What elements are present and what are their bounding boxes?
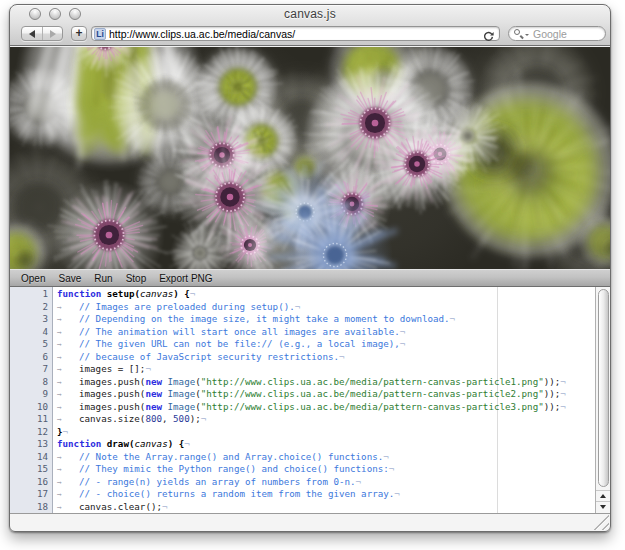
newline-mark: ¬ [356,476,362,487]
url-text[interactable]: http://www.clips.ua.ac.be/media/canvas/ [109,28,295,40]
code-token: new [145,376,162,387]
window-title: canvas.js [9,7,611,21]
line-number: 1 [10,288,54,301]
code-token: Image [168,401,196,412]
back-icon [29,30,35,38]
newline-mark: ¬ [201,413,207,424]
reload-icon[interactable] [483,28,494,39]
generative-art-svg [10,47,610,269]
line-number: 6 [10,351,54,364]
code-token: ) { [168,438,185,449]
code-token: images.push( [79,388,145,399]
code-line[interactable]: 16→// - range(n) yields an array of numb… [10,476,594,489]
newline-mark: ¬ [394,488,400,499]
browser-window: canvas.js + Li http://www.clips.ua.ac.be… [9,4,611,532]
newline-mark: ¬ [63,426,69,437]
line-number: 8 [10,376,54,389]
newline-mark: ¬ [560,376,566,387]
code-line[interactable]: 1function setup(canvas) {¬ [10,288,594,301]
newline-mark: ¬ [339,351,345,362]
code-token: 500 [173,413,190,424]
code-token: )); [544,401,561,412]
forward-button[interactable] [42,27,62,40]
editor-toolbar: OpenSaveRunStopExport PNG [10,269,610,287]
editor-toolbar-item-run[interactable]: Run [94,273,112,284]
line-number: 10 [10,401,54,414]
search-placeholder[interactable]: Google [533,28,567,40]
vertical-scrollbar[interactable] [595,287,610,513]
browser-toolbar: + Li http://www.clips.ua.ac.be/media/can… [9,25,611,46]
line-number: 9 [10,388,54,401]
code-token: function [57,288,101,299]
code-token: ) { [173,288,190,299]
code-editor[interactable]: 1function setup(canvas) {¬2→// Images ar… [10,287,610,514]
code-line[interactable]: 14→// Note the Array.range() and Array.c… [10,451,594,464]
code-token: )); [544,376,561,387]
code-token: setup( [101,288,140,299]
newline-mark: ¬ [295,301,301,312]
code-token: Image [168,388,196,399]
code-token: canvas.clear(); [79,501,162,512]
code-token: canvas.size( [79,413,145,424]
code-token: "http://www.clips.ua.ac.be/media/pattern… [201,388,544,399]
code-token: // The animation will start once all ima… [79,326,400,337]
editor-toolbar-item-stop[interactable]: Stop [126,273,147,284]
window-header: canvas.js + Li http://www.clips.ua.ac.be… [9,4,611,46]
history-segmented-control [21,26,63,41]
line-number: 4 [10,326,54,339]
code-token: canvas [134,438,167,449]
code-token: function [57,438,101,449]
scroll-down-button[interactable] [596,501,610,512]
line-number: 15 [10,463,54,476]
editor-toolbar-item-save[interactable]: Save [58,273,81,284]
code-line[interactable]: 6→// because of JavaScript security rest… [10,351,594,364]
code-line[interactable]: 13function draw(canvas) {¬ [10,438,594,451]
code-token: )); [544,388,561,399]
line-number: 13 [10,438,54,451]
code-token: // because of JavaScript security restri… [79,351,339,362]
code-token: // - choice() returns a random item from… [79,488,394,499]
line-number: 18 [10,501,54,514]
search-options-caret-icon[interactable] [525,34,529,38]
resize-grip[interactable] [594,515,609,530]
tab-mark: → [57,502,79,515]
address-bar[interactable]: Li http://www.clips.ua.ac.be/media/canva… [91,26,500,41]
code-line[interactable]: 4→// The animation will start once all i… [10,326,594,339]
code-line[interactable]: 8→images.push(new Image("http://www.clip… [10,376,594,389]
code-line[interactable]: 7→images = [];¬ [10,363,594,376]
line-number: 3 [10,313,54,326]
newline-mark: ¬ [383,451,389,462]
code-token: // The given URL can not be file:// (e.g… [79,338,400,349]
code-token: // Note the Array.range() and Array.choi… [79,451,383,462]
code-line[interactable]: 15→// They mimic the Python range() and … [10,463,594,476]
line-number: 7 [10,363,54,376]
editor-toolbar-item-open[interactable]: Open [21,273,45,284]
scroll-up-button[interactable] [596,490,610,501]
code-line[interactable]: 2→// Images are preloaded during setup()… [10,301,594,314]
code-line[interactable]: 12}¬ [10,426,594,439]
code-token: // - range(n) yields an array of numbers… [79,476,356,487]
code-token: // Images are preloaded during setup(). [79,301,295,312]
line-number: 16 [10,476,54,489]
code-line[interactable]: 11→canvas.size(800, 500);¬ [10,413,594,426]
title-bar[interactable]: canvas.js [9,4,611,25]
new-tab-button[interactable]: + [71,26,87,41]
newline-mark: ¬ [560,388,566,399]
line-number: 17 [10,488,54,501]
code-token: "http://www.clips.ua.ac.be/media/pattern… [201,376,544,387]
code-line[interactable]: 5→// The given URL can not be file:// (e… [10,338,594,351]
code-token: canvas [140,288,173,299]
editor-toolbar-item-export-png[interactable]: Export PNG [159,273,212,284]
code-line[interactable]: 3→// Depending on the image size, it mig… [10,313,594,326]
code-line[interactable]: 18→canvas.clear();¬ [10,501,594,514]
code-line[interactable]: 9→images.push(new Image("http://www.clip… [10,388,594,401]
search-field[interactable]: Google [508,26,606,41]
scroll-down-icon [600,505,606,512]
code-line[interactable]: 17→// - choice() returns a random item f… [10,488,594,501]
newline-mark: ¬ [190,288,196,299]
code-token: draw( [101,438,134,449]
scrollbar-thumb[interactable] [598,289,609,487]
newline-mark: ¬ [450,313,456,324]
code-line[interactable]: 10→images.push(new Image("http://www.cli… [10,401,594,414]
back-button[interactable] [22,27,42,40]
